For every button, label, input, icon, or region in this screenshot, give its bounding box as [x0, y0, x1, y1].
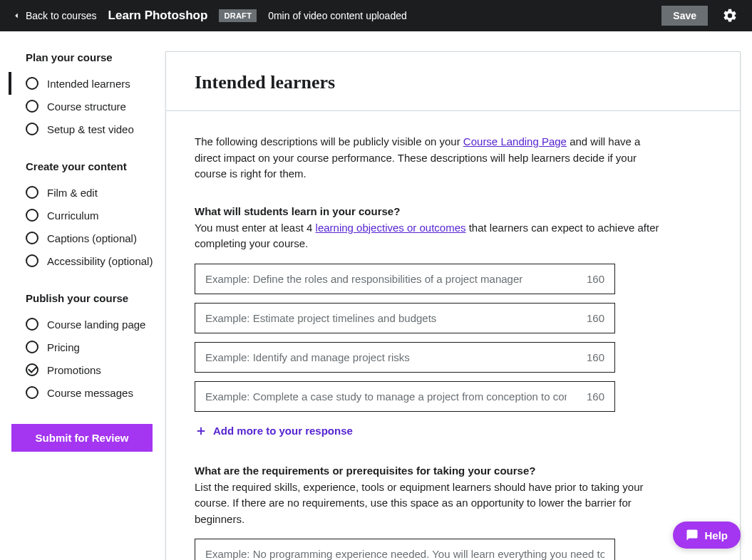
requirements-group: What are the requirements or prerequisit… — [195, 465, 711, 561]
status-circle-icon — [26, 318, 38, 331]
requirements-help: List the required skills, experience, to… — [195, 479, 665, 528]
chat-icon — [686, 529, 699, 541]
char-count: 160 — [577, 390, 614, 403]
objectives-label: What will students learn in your course? — [195, 205, 711, 217]
settings-button[interactable] — [719, 5, 741, 26]
nav-film-edit[interactable]: Film & edit — [9, 181, 165, 204]
plus-icon — [195, 425, 207, 437]
nav-promotions[interactable]: Promotions — [9, 358, 165, 381]
objective-input[interactable] — [195, 304, 577, 333]
back-to-courses-link[interactable]: Back to courses — [11, 10, 97, 21]
nav-label: Curriculum — [47, 209, 99, 222]
draft-badge: DRAFT — [219, 9, 257, 22]
nav-label: Accessibility (optional) — [47, 255, 153, 267]
main-body: The following descriptions will be publi… — [166, 111, 740, 560]
status-circle-icon — [26, 77, 38, 90]
nav-course-landing-page[interactable]: Course landing page — [9, 313, 165, 336]
nav-intended-learners[interactable]: Intended learners — [9, 72, 165, 95]
course-title: Learn Photoshop — [108, 9, 208, 23]
save-button[interactable]: Save — [661, 6, 708, 26]
objectives-help: You must enter at least 4 learning objec… — [195, 220, 665, 252]
sidebar-section-create: Create your content Film & edit Curricul… — [11, 160, 165, 272]
objective-input[interactable] — [195, 382, 577, 411]
nav-course-messages[interactable]: Course messages — [9, 381, 165, 404]
requirement-input-row — [195, 539, 615, 560]
nav-setup-test-video[interactable]: Setup & test video — [9, 118, 165, 140]
main-header: Intended learners — [166, 52, 740, 111]
nav-label: Intended learners — [47, 78, 130, 90]
section-title: Plan your course — [26, 51, 165, 63]
status-circle-icon — [26, 209, 38, 222]
upload-status: 0min of video content uploaded — [268, 10, 407, 21]
status-circle-icon — [26, 232, 38, 244]
gear-icon — [722, 8, 738, 24]
nav-label: Pricing — [47, 341, 80, 353]
help-button[interactable]: Help — [673, 522, 741, 549]
nav-pricing[interactable]: Pricing — [9, 336, 165, 358]
status-circle-icon — [26, 123, 38, 135]
objective-input-row: 160 — [195, 303, 615, 333]
status-circle-icon — [26, 386, 38, 399]
section-title: Create your content — [26, 160, 165, 172]
status-circle-icon — [26, 254, 38, 267]
objective-input-row: 160 — [195, 381, 615, 412]
nav-label: Captions (optional) — [47, 232, 137, 244]
sidebar-section-publish: Publish your course Course landing page … — [11, 292, 165, 404]
course-landing-page-link[interactable]: Course Landing Page — [463, 135, 567, 147]
nav-label: Course landing page — [47, 318, 145, 331]
objective-input[interactable] — [195, 264, 577, 294]
nav-label: Course messages — [47, 387, 133, 399]
requirements-label: What are the requirements or prerequisit… — [195, 465, 711, 477]
back-label: Back to courses — [26, 10, 97, 21]
nav-label: Film & edit — [47, 187, 98, 199]
nav-captions[interactable]: Captions (optional) — [9, 227, 165, 249]
topbar: Back to courses Learn Photoshop DRAFT 0m… — [0, 0, 752, 31]
status-circle-icon — [26, 100, 38, 113]
status-check-icon — [26, 363, 38, 376]
sidebar-section-plan: Plan your course Intended learners Cours… — [11, 51, 165, 140]
chevron-left-icon — [11, 11, 21, 21]
add-more-label: Add more to your response — [213, 425, 353, 437]
page-title: Intended learners — [195, 72, 711, 93]
nav-course-structure[interactable]: Course structure — [9, 95, 165, 118]
status-circle-icon — [26, 341, 38, 353]
objective-input-row: 160 — [195, 264, 615, 294]
main-panel: Intended learners The following descript… — [165, 51, 741, 560]
char-count: 160 — [577, 273, 614, 285]
objective-input-row: 160 — [195, 342, 615, 373]
objectives-group: What will students learn in your course?… — [195, 205, 711, 442]
requirement-input[interactable] — [195, 539, 614, 560]
objective-input[interactable] — [195, 343, 577, 372]
char-count: 160 — [577, 351, 614, 363]
intro-text: The following descriptions will be publi… — [195, 134, 665, 182]
nav-label: Course structure — [47, 100, 126, 113]
nav-curriculum[interactable]: Curriculum — [9, 204, 165, 227]
learning-objectives-link[interactable]: learning objectives or outcomes — [316, 222, 466, 234]
nav-label: Setup & test video — [47, 123, 134, 135]
status-circle-icon — [26, 186, 38, 199]
section-title: Publish your course — [26, 292, 165, 304]
char-count: 160 — [577, 312, 614, 324]
sidebar: Plan your course Intended learners Cours… — [0, 31, 165, 560]
help-label: Help — [704, 529, 728, 541]
submit-for-review-button[interactable]: Submit for Review — [11, 424, 153, 452]
nav-accessibility[interactable]: Accessibility (optional) — [9, 249, 165, 272]
nav-label: Promotions — [47, 364, 101, 376]
add-objective-button[interactable]: Add more to your response — [195, 420, 353, 442]
